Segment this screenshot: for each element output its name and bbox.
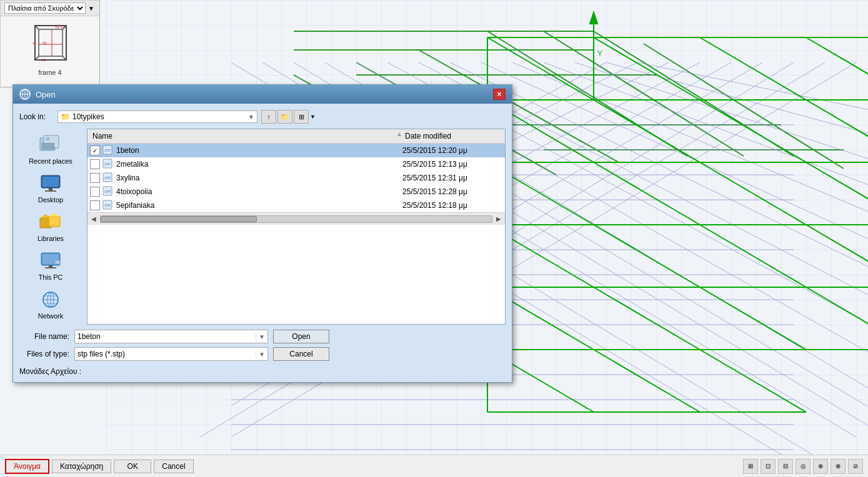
bottom-icon-4[interactable]: ◎ [796,459,811,474]
bottom-right-icons: ⊞ ⊡ ⊟ ◎ ⊕ ⊗ ⊘ [743,459,863,474]
ok-button[interactable]: OK [114,460,151,473]
units-label: Μονάδες Αρχείου : [19,367,81,376]
desktop-icon [38,172,63,195]
sort-arrow: ▲ [396,130,402,142]
shortcut-libraries[interactable]: Libraries [22,209,79,245]
col-name-header: Name [90,130,396,142]
lookin-combo-text: 10typikes [72,112,246,121]
filelist-row[interactable]: STP 4toixopoiia25/5/2015 12:28 μμ [87,185,505,199]
cancel-button[interactable]: Cancel [273,347,329,361]
svg-marker-116 [49,213,60,217]
frame-dropdown-arrow[interactable]: ▼ [88,5,94,12]
units-row: Μονάδες Αρχείου : [19,367,506,376]
folder-icon: 📁 [61,112,70,121]
open-button[interactable]: Open [273,330,329,343]
shortcut-libraries-label: Libraries [37,235,64,242]
filename-combo[interactable]: 1beton ▼ [74,330,268,343]
scroll-left-arrow[interactable]: ◀ [90,215,97,222]
bottom-icon-3[interactable]: ⊟ [778,459,793,474]
row-checkbox[interactable] [90,187,100,197]
filelist-row[interactable]: STP 5epifaniaka25/5/2015 12:18 μμ [87,199,505,212]
row-checkbox[interactable]: ✓ [90,145,100,155]
bottom-icon-1[interactable]: ⊞ [743,459,758,474]
filelist-header: Name ▲ Date modified [87,129,505,144]
globe-icon [19,89,31,100]
file-icon: STP [102,186,114,197]
lookin-newfolder-button[interactable]: 📁 [277,110,292,124]
svg-text:STP: STP [104,204,111,207]
bottom-icon-6[interactable]: ⊗ [831,459,846,474]
frame-content: S2 S1 H L1 S1 frame 4 [1,16,99,79]
lookin-toolbar: ↑ 📁 ⊞ ▼ [261,110,316,124]
svg-text:⊙: ⊙ [46,136,50,142]
lookin-row: Look in: 📁 10typikes ▼ ↑ 📁 ⊞ ▼ [19,110,506,124]
row-checkbox[interactable] [90,159,100,169]
lookin-view-button[interactable]: ⊞ [294,110,309,124]
svg-rect-107 [42,143,54,149]
scroll-right-arrow[interactable]: ▶ [495,215,502,222]
shortcut-network-label: Network [38,312,63,320]
filename-value: 1beton [77,332,256,341]
bottom-cancel-button[interactable]: Cancel [154,460,193,473]
filetype-combo-arrow: ▼ [256,351,265,358]
filelist-row[interactable]: ✓ STP 1beton25/5/2015 12:20 μμ [87,144,505,157]
shortcut-network[interactable]: Network [22,286,79,322]
filetype-combo[interactable]: stp files (*.stp) ▼ [74,347,268,361]
file-icon: STP [102,145,114,156]
row-date: 25/5/2015 12:18 μμ [402,201,502,210]
filetype-value: stp files (*.stp) [77,350,256,358]
row-checkbox[interactable] [90,200,100,210]
frame-type-dropdown[interactable]: Πλαίσια από Σκυρόδε [4,2,86,14]
frame-label: frame 4 [38,69,61,76]
bottom-icon-7[interactable]: ⊘ [848,459,863,474]
row-date: 25/5/2015 12:31 μμ [402,174,502,182]
svg-text:STP: STP [104,149,111,152]
lookin-combo[interactable]: 📁 10typikes ▼ [57,111,257,123]
frame-panel: Πλαίσια από Σκυρόδε ▼ S2 S1 H [0,0,100,87]
file-icon: STP [102,200,114,211]
shortcut-this-pc[interactable]: This PC [22,247,79,283]
row-checkbox[interactable] [90,173,100,183]
shortcuts-panel: ⊙ Recent places Desk [19,129,82,325]
dialog-titlebar: Open × [13,85,512,104]
kataxorisi-button[interactable]: Καταχώρηση [52,460,111,473]
network-icon [38,288,63,311]
scrollbar-area: ◀ ▶ [87,212,505,225]
shortcut-desktop[interactable]: Desktop [22,170,79,206]
svg-text:STP: STP [104,162,111,166]
frame-image: S2 S1 H L1 S1 [28,19,72,69]
dialog-close-button[interactable]: × [493,89,506,100]
svg-text:S2: S2 [55,25,60,29]
file-icon: STP [102,172,114,184]
anoigma-button[interactable]: Άνοιγμα [5,459,49,474]
shortcut-desktop-label: Desktop [38,196,63,204]
svg-text:STP: STP [104,176,111,180]
row-filename: 2metalika [116,160,402,169]
lookin-view-arrow[interactable]: ▼ [310,114,316,120]
svg-text:S1: S1 [42,41,47,45]
lookin-label: Look in: [19,112,54,121]
row-filename: 1beton [116,146,402,155]
shortcut-recent-label: Recent places [29,157,72,165]
svg-rect-121 [55,260,60,264]
row-date: 25/5/2015 12:28 μμ [402,187,502,196]
filelist-row[interactable]: STP 3xylina25/5/2015 12:31 μμ [87,171,505,185]
svg-text:L1: L1 [41,58,46,62]
row-date: 25/5/2015 12:20 μμ [402,146,502,155]
col-date-header: Date modified [402,130,502,142]
lookin-up-button[interactable]: ↑ [261,110,276,124]
open-dialog: Open × Look in: 📁 10typikes ▼ ↑ 📁 ⊞ ▼ [12,84,512,383]
bottom-icon-2[interactable]: ⊡ [761,459,776,474]
svg-text:STP: STP [104,190,111,194]
row-date: 25/5/2015 12:13 μμ [402,160,502,169]
scrollbar-thumb[interactable] [101,216,257,222]
file-icon: STP [102,159,114,170]
filelist-row[interactable]: STP 2metalika25/5/2015 12:13 μμ [87,157,505,171]
libraries-icon [38,211,63,234]
bottom-icon-5[interactable]: ⊕ [813,459,828,474]
svg-rect-111 [49,188,52,190]
shortcut-recent-places[interactable]: ⊙ Recent places [22,131,79,167]
svg-text:Y: Y [597,49,602,58]
scrollbar-track[interactable] [100,215,492,223]
dialog-title-text: Open [36,90,56,99]
